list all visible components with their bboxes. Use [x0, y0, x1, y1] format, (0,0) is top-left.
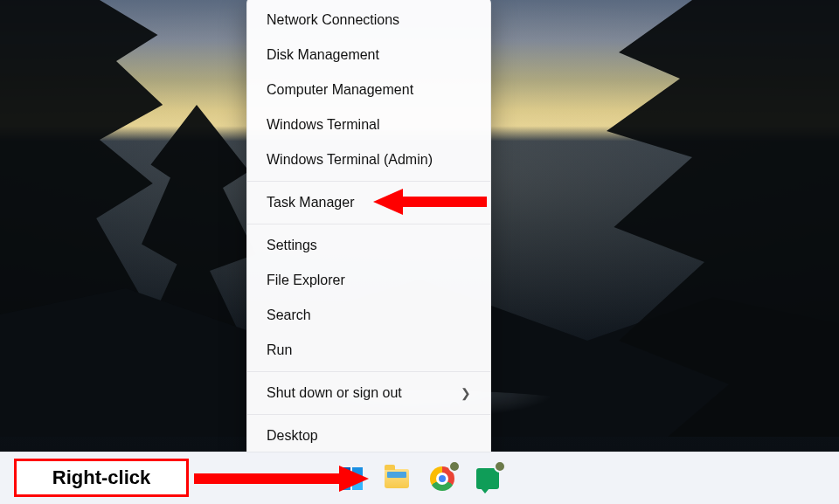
menu-item-settings[interactable]: Settings — [247, 228, 490, 263]
annotation-arrow-task-manager — [371, 189, 487, 213]
start-context-menu: Network Connections Disk Management Comp… — [246, 0, 491, 459]
annotation-right-click-label: Right-click — [14, 459, 189, 497]
menu-item-label: Desktop — [267, 428, 318, 444]
menu-item-windows-terminal[interactable]: Windows Terminal — [247, 107, 490, 142]
menu-item-desktop[interactable]: Desktop — [247, 418, 490, 453]
menu-item-disk-management[interactable]: Disk Management — [247, 38, 490, 72]
menu-item-label: Shut down or sign out — [267, 385, 402, 401]
menu-item-file-explorer[interactable]: File Explorer — [247, 263, 490, 298]
menu-separator — [247, 371, 490, 372]
menu-item-label: Search — [267, 307, 311, 323]
arrow-head-icon — [339, 466, 369, 492]
arrow-head-icon — [373, 189, 403, 215]
chevron-right-icon: ❯ — [461, 386, 471, 400]
profile-badge-icon — [448, 460, 461, 473]
menu-item-label: Network Connections — [267, 12, 399, 28]
menu-item-windows-terminal-admin[interactable]: Windows Terminal (Admin) — [247, 142, 490, 177]
menu-item-network-connections[interactable]: Network Connections — [247, 3, 490, 38]
menu-separator — [247, 414, 490, 415]
menu-item-label: Settings — [267, 238, 317, 253]
annotation-arrow-start-button — [194, 466, 369, 492]
menu-item-label: Computer Management — [267, 82, 413, 98]
menu-item-shut-down-or-sign-out[interactable]: Shut down or sign out ❯ — [247, 376, 490, 411]
annotation-text: Right-click — [52, 466, 150, 489]
folder-icon — [385, 469, 409, 488]
menu-item-computer-management[interactable]: Computer Management — [247, 72, 490, 107]
menu-item-label: Task Manager — [267, 195, 355, 211]
menu-item-run[interactable]: Run — [247, 333, 490, 368]
arrow-shaft — [194, 473, 339, 484]
desktop: Network Connections Disk Management Comp… — [0, 0, 839, 504]
menu-item-label: Windows Terminal (Admin) — [267, 152, 433, 168]
taskbar-chrome[interactable] — [427, 464, 457, 494]
menu-item-search[interactable]: Search — [247, 298, 490, 333]
menu-item-label: Disk Management — [267, 47, 379, 63]
menu-item-label: Run — [267, 342, 292, 358]
menu-separator — [247, 224, 490, 224]
menu-item-label: Windows Terminal — [267, 117, 380, 133]
profile-badge-icon — [494, 460, 506, 473]
taskbar-file-explorer[interactable] — [382, 464, 412, 494]
menu-item-label: File Explorer — [267, 273, 345, 288]
taskbar-google-chat[interactable] — [473, 464, 503, 494]
menu-separator — [247, 181, 490, 182]
arrow-shaft — [399, 197, 487, 207]
